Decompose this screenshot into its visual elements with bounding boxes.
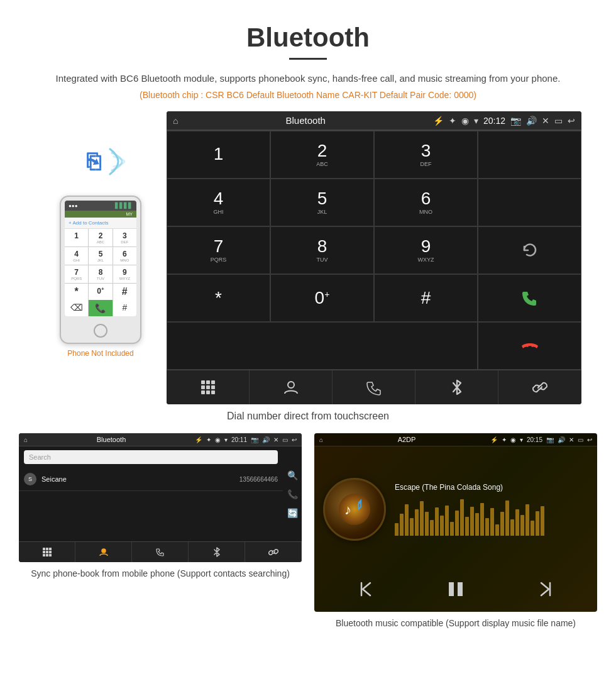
phonebook-screen: ⌂ Bluetooth ⚡ ✦ ◉ ▾ 20:11 📷 🔊 ✕ ▭ ↩ Sear… [19,433,302,562]
dial-key-2[interactable]: 2 ABC [270,131,374,179]
phone-add-contact: + Add to Contacts [65,218,136,229]
bar-30 [541,506,544,536]
dial-key-4[interactable]: 4 GHI [167,179,270,226]
car-topbar: ⌂ Bluetooth ⚡ ✦ ◉ ▾ 20:12 📷 🔊 ✕ ▭ ↩ [167,111,581,130]
pb-call-action-icon[interactable]: 📞 [287,489,298,499]
dial-empty-r2c4 [478,179,581,226]
home-icon: ⌂ [173,116,178,126]
album-art-inner: ♪ [339,494,370,525]
svg-rect-12 [46,548,48,550]
svg-rect-15 [46,551,48,553]
svg-rect-6 [211,385,215,389]
nav-bluetooth-icon[interactable] [415,370,498,404]
bar-19 [485,518,489,536]
phonebook-topbar: ⌂ Bluetooth ⚡ ✦ ◉ ▾ 20:11 📷 🔊 ✕ ▭ ↩ [19,433,302,446]
camera-icon: 📷 [510,116,521,126]
svg-rect-13 [49,548,52,550]
dial-key-0[interactable]: 0+ [270,274,374,322]
volume-icon: 🔊 [526,116,537,126]
svg-text:♪: ♪ [344,502,351,517]
bar-15 [465,517,469,536]
phonebook-caption: Sync phone-book from mobile phone (Suppo… [31,567,290,580]
music-topbar: ⌂ A2DP ⚡ ✦ ◉ ▾ 20:15 📷 🔊 ✕ ▭ ↩ [314,433,597,446]
window-icon: ▭ [554,116,563,126]
pb-nav-contacts[interactable] [75,542,132,562]
pb-nav-dialpad[interactable] [19,542,75,562]
phone-not-included-label: Phone Not Included [67,349,133,358]
dial-refresh-button[interactable] [478,226,581,274]
pb-bottom-nav [19,541,302,562]
pb-nav-bt[interactable] [189,542,245,562]
phonebook-content: Search S Seicane 13566664466 🔍 [19,446,302,541]
phone-keypad: 1 2ABC 3DEF 4GHI 5JKL 6MNO 7PQRS 8TUV 9W… [65,229,136,300]
car-bottom-nav [167,370,581,404]
call-end-button[interactable] [478,322,581,370]
bar-1 [395,523,399,536]
music-usb-icon: ⚡ [490,436,498,443]
dialpad-backspace-button[interactable] [167,322,478,370]
music-back-icon: ↩ [587,436,592,443]
dial-key-3[interactable]: 3 DEF [374,131,478,179]
svg-rect-1 [201,380,205,384]
nav-phone-icon[interactable] [333,370,415,404]
nav-link-icon[interactable] [498,370,581,404]
next-track-button[interactable] [536,580,554,601]
pb-refresh-action-icon[interactable]: 🔄 [287,508,298,518]
dial-key-5[interactable]: 5 JKL [270,179,374,226]
music-section: ⌂ A2DP ⚡ ✦ ◉ ▾ 20:15 📷 🔊 ✕ ▭ ↩ [314,433,597,630]
bar-22 [500,512,504,536]
dial-key-hash[interactable]: # [374,274,478,322]
play-pause-button[interactable] [445,578,466,603]
location-icon: ◉ [461,116,469,126]
dial-display-area [478,131,581,179]
dial-key-9[interactable]: 9 WXYZ [374,226,478,274]
dial-key-6[interactable]: 6 MNO [374,179,478,226]
svg-rect-24 [458,582,463,596]
nav-dialpad-icon[interactable] [167,370,250,404]
bar-7 [425,512,429,536]
bar-4 [410,518,414,536]
music-close-icon: ✕ [569,436,574,443]
pb-wifi-icon: ▾ [224,436,228,443]
song-title: Escape (The Pina Colada Song) [395,483,588,492]
bar-6 [420,501,424,536]
pb-search-action-icon[interactable]: 🔍 [287,470,298,480]
usb-icon: ⚡ [433,116,444,126]
bar-9 [435,507,439,536]
bar-16 [470,507,474,536]
bar-10 [440,516,444,536]
music-home-icon: ⌂ [319,436,323,443]
pb-nav-link[interactable] [245,542,302,562]
dial-key-star[interactable]: * [167,274,270,322]
prev-track-button[interactable] [358,580,375,601]
bar-14 [460,499,464,536]
title-divider [289,58,327,60]
search-bar[interactable]: Search [24,450,278,464]
phone-bottom-row: ⌫ 📞 # [65,300,136,316]
dial-key-1[interactable]: 1 [167,131,270,179]
bluetooth-status-icon: ✦ [449,116,456,126]
contact-number: 13566664466 [239,476,278,483]
main-caption: Dial number direct from touchscreen [0,411,616,422]
music-vol-icon: 🔊 [558,436,565,443]
svg-rect-9 [211,390,215,394]
svg-text:⎘: ⎘ [87,148,102,174]
pb-vol-icon: 🔊 [262,436,270,443]
music-screen-title: A2DP [327,436,487,443]
phone-side: ⎘ ●●● ▋▋▋▋ MY + Add to Contacts 1 2ABC 3… [35,111,167,358]
pb-nav-phone[interactable] [132,542,189,562]
music-bt-icon: ✦ [502,436,507,443]
call-green-button[interactable] [478,274,581,322]
bottom-screenshots: ⌂ Bluetooth ⚡ ✦ ◉ ▾ 20:11 📷 🔊 ✕ ▭ ↩ Sear… [0,433,616,630]
bar-5 [415,509,419,536]
page-title: Bluetooth [0,0,616,58]
dial-key-7[interactable]: 7 PQRS [167,226,270,274]
pb-back-icon: ↩ [292,436,297,443]
pb-bt-icon: ✦ [206,436,211,443]
nav-contacts-icon[interactable] [250,370,333,404]
music-cam-icon: 📷 [546,436,554,443]
bar-18 [480,503,484,536]
svg-rect-2 [206,380,210,384]
dial-key-8[interactable]: 8 TUV [270,226,374,274]
svg-rect-19 [49,554,52,556]
